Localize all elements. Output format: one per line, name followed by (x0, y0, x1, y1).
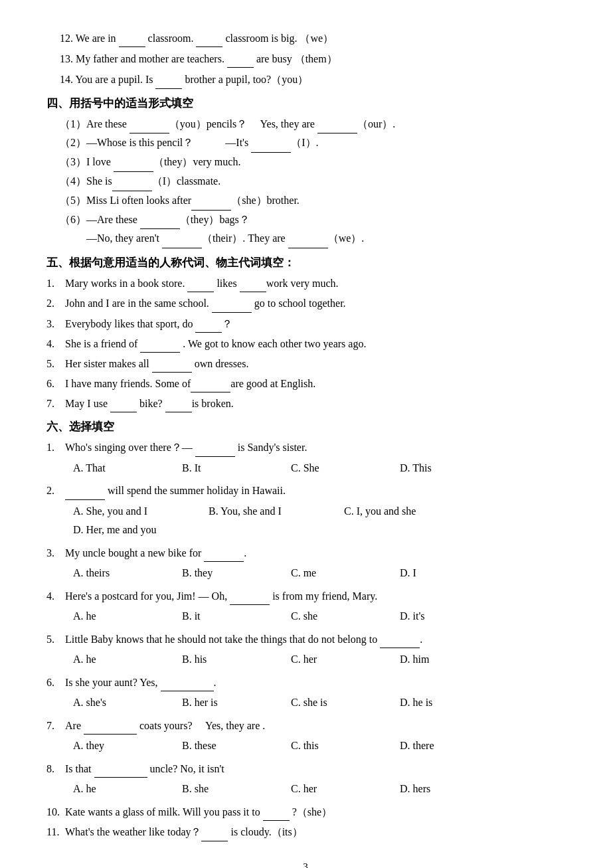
section5-item4: 4. She is a friend of . We got to know e… (46, 335, 565, 353)
section4-item6b: —No, they aren't （their）. They are （we）. (46, 229, 565, 248)
section6-item8-options: A. he B. she C. her D. hers (46, 780, 565, 799)
section6-item5-options: A. he B. his C. her D. him (46, 650, 565, 669)
line-12: 12. We are in classroom. classroom is bi… (46, 29, 565, 47)
section5-item1: 1. Mary works in a book store. likes wor… (46, 274, 565, 292)
section6-item7-options: A. they B. these C. this D. there (46, 737, 565, 756)
line-13: 13. My father and mother are teachers. a… (46, 50, 565, 68)
section6-item1-options: A. That B. It C. She D. This (46, 459, 565, 478)
num-1: 1. (46, 274, 65, 292)
num-6: 6. (46, 375, 65, 392)
section6-item3: 3. My uncle bought a new bike for . (46, 544, 565, 562)
section6-item5: 5. Little Baby knows that he should not … (46, 630, 565, 648)
section-12-14: 12. We are in classroom. classroom is bi… (46, 29, 565, 89)
num-5: 5. (46, 355, 65, 373)
page-number: 3 (46, 861, 565, 869)
num-2: 2. (46, 294, 65, 312)
section4-item3: （3）I love （they）very much. (46, 153, 565, 172)
section6-header: 六、选择填空 (46, 419, 565, 434)
section4-item2: （2）—Whose is this pencil？ —It's （I）. (46, 133, 565, 153)
section6-item10: 10. Kate wants a glass of milk. Will you… (46, 803, 565, 821)
num-3: 3. (46, 315, 65, 333)
section6-item2-options: A. She, you and I B. You, she and I C. I… (46, 502, 565, 541)
section4-header: 四、用括号中的适当形式填空 (46, 96, 565, 111)
section6-item6-options: A. she's B. her is C. she is D. he is (46, 693, 565, 713)
num-7: 7. (46, 394, 65, 412)
section6-item4: 4. Here's a postcard for you, Jim! — Oh,… (46, 587, 565, 605)
section6-item7: 7. Are coats yours? Yes, they are . (46, 717, 565, 735)
section5-item2: 2. John and I are in the same school. go… (46, 294, 565, 312)
section5-item3: 3. Everybody likes that sport, do ？ (46, 315, 565, 333)
section-6: 六、选择填空 1. Who's singing over there？— is … (46, 419, 565, 841)
section4-item1: （1）Are these （you）pencils？ Yes, they are… (46, 115, 565, 134)
num-4: 4. (46, 335, 65, 353)
section-5: 五、根据句意用适当的人称代词、物主代词填空： 1. Mary works in … (46, 255, 565, 412)
section6-item11: 11. What's the weather like today？ is cl… (46, 823, 565, 841)
section5-item6: 6. I have many friends. Some ofare good … (46, 375, 565, 392)
line-14: 14. You are a pupil. Is brother a pupil,… (46, 70, 565, 88)
section5-header: 五、根据句意用适当的人称代词、物主代词填空： (46, 255, 565, 270)
section6-item2: 2. will spend the summer holiday in Hawa… (46, 481, 565, 499)
section6-item8: 8. Is that uncle? No, it isn't (46, 760, 565, 778)
section5-item5: 5. Her sister makes all own dresses. (46, 355, 565, 373)
section4-item5: （5）Miss Li often looks after（she）brother… (46, 191, 565, 211)
section6-item6: 6. Is she your aunt? Yes, . (46, 673, 565, 691)
section-4: 四、用括号中的适当形式填空 （1）Are these （you）pencils？… (46, 96, 565, 249)
section4-item4: （4）She is（I）classmate. (46, 172, 565, 191)
section4-item6a: （6）—Are these （they）bags？ (46, 211, 565, 230)
section6-item4-options: A. he B. it C. she D. it's (46, 607, 565, 626)
section6-item3-options: A. theirs B. they C. me D. I (46, 564, 565, 583)
section5-item7: 7. May I use bike? is broken. (46, 394, 565, 412)
section6-item1: 1. Who's singing over there？— is Sandy's… (46, 438, 565, 456)
